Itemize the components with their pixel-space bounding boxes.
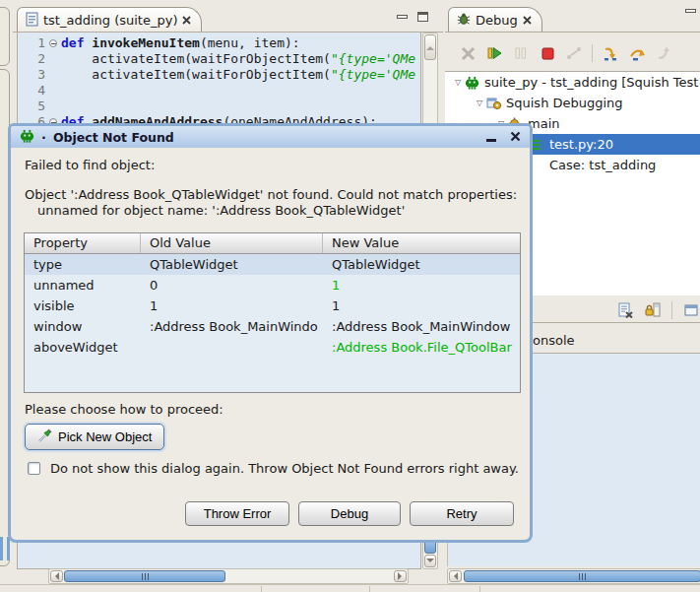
squish-icon <box>465 76 482 90</box>
line-number: 3 <box>18 67 47 83</box>
old-value: QTableWidget <box>141 257 323 272</box>
pick-new-object-button[interactable]: Pick New Object <box>25 424 164 450</box>
dialog-titlebar[interactable]: · Object Not Found <box>11 126 530 148</box>
fold-column <box>47 67 61 83</box>
property-row-unnamed[interactable]: unnamed01 <box>25 275 520 296</box>
debug-toolbar <box>459 40 672 66</box>
minimize-icon[interactable] <box>486 139 496 142</box>
scrollbar-thumb[interactable] <box>64 570 225 582</box>
fold-collapse-icon[interactable] <box>47 35 61 51</box>
property-table[interactable]: Property Old Value New Value typeQTableW… <box>24 232 521 393</box>
disconnect-icon[interactable] <box>565 44 583 62</box>
scroll-lock-icon[interactable] <box>644 301 662 319</box>
tab-debug[interactable]: Debug <box>448 7 542 33</box>
property-table-header[interactable]: Property Old Value New Value <box>25 233 520 254</box>
status-bar <box>0 584 700 592</box>
property-name: unnamed <box>25 278 141 293</box>
tab-label: tst_adding (suite_py) <box>43 13 177 28</box>
column-header-property[interactable]: Property <box>25 233 141 253</box>
tab-tst-adding[interactable]: tst_adding (suite_py) <box>17 7 202 33</box>
scroll-right-button[interactable] <box>394 570 407 582</box>
property-table-body: typeQTableWidgetQTableWidgetunnamed01vis… <box>25 254 520 358</box>
restore-icon[interactable] <box>682 301 700 319</box>
property-row-window[interactable]: window:Address Book_MainWindo:Address Bo… <box>25 316 520 337</box>
code-line[interactable]: 1def invokeMenuItem(menu, item): <box>18 35 420 51</box>
suspend-icon[interactable] <box>512 44 530 62</box>
terminate-icon[interactable] <box>539 44 556 62</box>
bug-icon <box>457 12 471 29</box>
line-number: 2 <box>18 51 47 67</box>
expander-icon[interactable]: ▽ <box>473 99 486 107</box>
property-row-aboveWidget[interactable]: aboveWidget:Address Book.File_QToolBar <box>25 337 520 358</box>
error-message-line2: unnamed for object name: ':Address Book_… <box>37 203 405 218</box>
step-return-icon[interactable] <box>655 44 672 62</box>
close-icon[interactable] <box>510 130 521 145</box>
expander-icon[interactable]: ▽ <box>451 78 465 87</box>
property-name: window <box>25 319 141 334</box>
scroll-left-button[interactable] <box>449 570 462 582</box>
resume-icon[interactable] <box>485 44 503 62</box>
clear-console-icon[interactable] <box>616 301 634 319</box>
step-over-icon[interactable] <box>628 44 646 62</box>
line-number: 5 <box>18 99 47 114</box>
new-value: QTableWidget <box>323 257 520 272</box>
new-value: :Address Book.File_QToolBar <box>323 340 520 355</box>
throw-error-button[interactable]: Throw Error <box>185 501 289 526</box>
code-line[interactable]: 4 <box>18 83 420 99</box>
old-value: 1 <box>141 298 323 313</box>
remove-all-terminated-icon[interactable] <box>459 44 477 62</box>
proceed-label: Please choose how to proceed: <box>25 402 223 417</box>
tree-item-suite-py-tst-adding-squish-test[interactable]: ▽suite_py - tst_adding [Squish Test <box>445 72 700 93</box>
property-name: visible <box>25 298 141 313</box>
tree-item-squish-debugging[interactable]: ▽Squish Debugging <box>445 93 700 113</box>
console-horizontal-scrollbar[interactable] <box>447 568 700 584</box>
console-toolbar <box>616 299 700 321</box>
dialog-title: Object Not Found <box>53 130 174 145</box>
code-text <box>61 83 420 99</box>
new-value: :Address Book_MainWindow <box>323 319 520 334</box>
property-row-visible[interactable]: visible11 <box>25 296 520 316</box>
old-value: 0 <box>141 278 323 293</box>
suppress-dialog-checkbox[interactable] <box>28 462 40 475</box>
tree-item-label: test.py:20 <box>547 137 613 152</box>
toolbar-separator <box>592 44 593 62</box>
code-text: activateItem(waitForObjectItem("{type='Q… <box>61 67 420 83</box>
new-value: 1 <box>323 298 520 313</box>
scroll-up-button[interactable] <box>424 34 436 60</box>
editor-horizontal-scrollbar[interactable] <box>48 568 409 584</box>
minimize-icon[interactable] <box>685 9 696 13</box>
property-name: aboveWidget <box>25 340 141 355</box>
tree-item-label: suite_py - tst_adding [Squish Test <box>482 75 698 90</box>
new-value: 1 <box>323 278 520 293</box>
debug-button[interactable]: Debug <box>298 501 401 526</box>
retry-button[interactable]: Retry <box>410 501 514 526</box>
code-line[interactable]: 3 activateItem(waitForObjectItem("{type=… <box>18 67 420 83</box>
code-line[interactable]: 2 activateItem(waitForObjectItem("{type=… <box>18 51 420 67</box>
column-header-old-value[interactable]: Old Value <box>141 233 323 253</box>
minimize-icon[interactable] <box>397 15 408 19</box>
scroll-down-button[interactable] <box>424 555 436 567</box>
object-not-found-dialog: · Object Not Found Failed to find object… <box>8 123 533 543</box>
suppress-dialog-label: Do not show this dialog again. Throw Obj… <box>50 461 519 476</box>
object-picker-icon <box>37 428 52 446</box>
code-text: def invokeMenuItem(menu, item): <box>61 35 420 51</box>
close-icon[interactable] <box>182 16 191 25</box>
debug-target-icon <box>486 96 504 110</box>
tree-item-label: Squish Debugging <box>504 96 623 110</box>
code-line[interactable]: 5 <box>18 99 420 114</box>
code-text: activateItem(waitForObjectItem("{type='Q… <box>61 51 420 67</box>
maximize-icon[interactable] <box>417 12 428 22</box>
scroll-left-button[interactable] <box>50 570 63 582</box>
pick-new-object-label: Pick New Object <box>58 429 152 444</box>
tab-label: Debug <box>476 13 518 28</box>
fold-column <box>47 83 61 99</box>
suppress-dialog-row: Do not show this dialog again. Throw Obj… <box>28 461 519 476</box>
scrollbar-thumb[interactable] <box>464 570 700 582</box>
close-icon[interactable] <box>523 16 532 25</box>
hidden-scrollbar-fragment[interactable] <box>0 537 3 560</box>
property-row-type[interactable]: typeQTableWidgetQTableWidget <box>25 254 520 275</box>
toolbar-separator <box>671 301 672 319</box>
tree-item-label: Case: tst_adding <box>547 158 656 172</box>
step-into-icon[interactable] <box>602 44 619 62</box>
column-header-new-value[interactable]: New Value <box>323 233 520 253</box>
